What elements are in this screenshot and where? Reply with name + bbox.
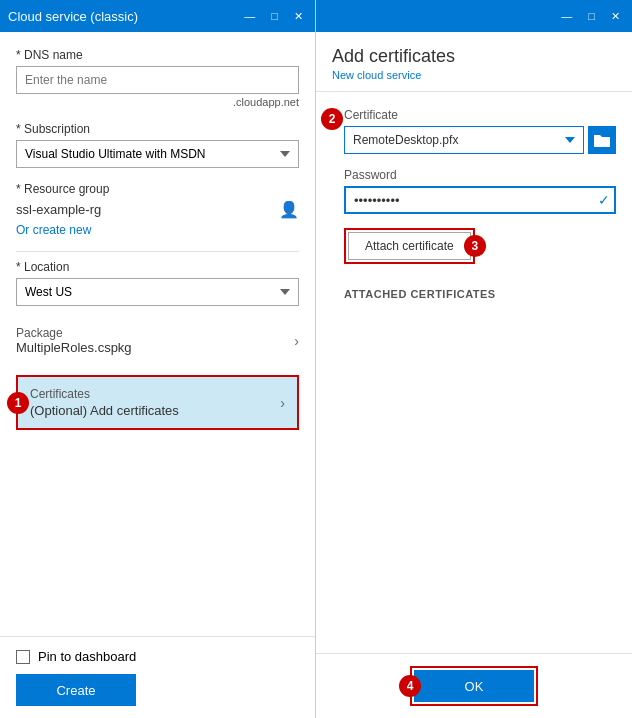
dns-input[interactable] <box>16 66 299 94</box>
dns-suffix: .cloudapp.net <box>16 96 299 108</box>
right-panel-title: Add certificates <box>332 46 616 67</box>
attach-outline: Attach certificate <box>344 228 475 264</box>
cert-section-label: Certificates <box>30 387 179 401</box>
left-window-title: Cloud service (classic) <box>8 9 138 24</box>
left-close-button[interactable]: ✕ <box>290 9 307 24</box>
cert-select-row: RemoteDesktop.pfx <box>344 126 616 154</box>
right-footer: 4 OK <box>316 653 632 718</box>
left-content: * DNS name .cloudapp.net * Subscription … <box>0 32 315 636</box>
chevron-right-icon: › <box>294 333 299 349</box>
attached-certificates-label: ATTACHED CERTIFICATES <box>344 288 616 300</box>
right-panel-subtitle: New cloud service <box>332 69 616 81</box>
folder-button[interactable] <box>588 126 616 154</box>
right-panel: — □ ✕ Add certificates New cloud service… <box>316 0 632 718</box>
certificates-section[interactable]: 1 Certificates (Optional) Add certificat… <box>16 375 299 430</box>
package-value: MultipleRoles.cspkg <box>16 340 132 355</box>
password-row: ✓ <box>344 186 616 214</box>
password-label: Password <box>344 168 616 182</box>
package-label: Package <box>16 326 132 340</box>
dns-name-group: * DNS name .cloudapp.net <box>16 48 299 108</box>
attach-btn-wrapper: Attach certificate 3 <box>344 228 475 264</box>
left-panel: Cloud service (classic) — □ ✕ * DNS name… <box>0 0 316 718</box>
folder-icon <box>594 133 610 147</box>
certificate-select[interactable]: RemoteDesktop.pfx <box>344 126 584 154</box>
package-info: Package MultipleRoles.cspkg <box>16 326 132 355</box>
check-icon: ✓ <box>598 192 610 208</box>
ok-btn-wrapper: 4 OK <box>410 666 538 706</box>
certificate-label: Certificate <box>344 108 616 122</box>
step4-badge: 4 <box>399 675 421 697</box>
left-titlebar: Cloud service (classic) — □ ✕ <box>0 0 315 32</box>
step2-badge: 2 <box>321 108 343 130</box>
dns-label: * DNS name <box>16 48 299 62</box>
resource-group-group: * Resource group ssl-example-rg 👤 Or cre… <box>16 182 299 237</box>
location-group: * Location West US <box>16 260 299 306</box>
subscription-label: * Subscription <box>16 122 299 136</box>
right-content: 2 Certificate RemoteDesktop.pfx <box>316 92 632 653</box>
right-maximize-button[interactable]: □ <box>584 9 599 24</box>
right-titlebar: — □ ✕ <box>316 0 632 32</box>
subscription-select[interactable]: Visual Studio Ultimate with MSDN <box>16 140 299 168</box>
certificates-text: Certificates (Optional) Add certificates <box>30 387 179 418</box>
right-minimize-button[interactable]: — <box>557 9 576 24</box>
certificate-group: Certificate RemoteDesktop.pfx <box>344 108 616 154</box>
cert-chevron-icon: › <box>280 395 285 411</box>
resource-group-row: ssl-example-rg 👤 <box>16 200 299 219</box>
pin-row: Pin to dashboard <box>16 649 299 664</box>
password-input[interactable] <box>344 186 616 214</box>
step3-badge: 3 <box>464 235 486 257</box>
left-footer: Pin to dashboard Create <box>0 636 315 718</box>
ok-outline: OK <box>410 666 538 706</box>
cert-section-subtitle: (Optional) Add certificates <box>30 403 179 418</box>
attach-certificate-button[interactable]: Attach certificate <box>348 232 471 260</box>
left-maximize-button[interactable]: □ <box>267 9 282 24</box>
package-group: Package MultipleRoles.cspkg › <box>16 320 299 361</box>
left-minimize-button[interactable]: — <box>240 9 259 24</box>
pin-label: Pin to dashboard <box>38 649 136 664</box>
subscription-group: * Subscription Visual Studio Ultimate wi… <box>16 122 299 168</box>
right-close-button[interactable]: ✕ <box>607 9 624 24</box>
right-header: Add certificates New cloud service <box>316 32 632 92</box>
create-button[interactable]: Create <box>16 674 136 706</box>
person-icon[interactable]: 👤 <box>279 200 299 219</box>
step1-badge: 1 <box>7 392 29 414</box>
location-select[interactable]: West US <box>16 278 299 306</box>
location-label: * Location <box>16 260 299 274</box>
right-titlebar-controls: — □ ✕ <box>557 9 624 24</box>
resource-group-label: * Resource group <box>16 182 299 196</box>
ok-button[interactable]: OK <box>414 670 534 702</box>
package-row[interactable]: Package MultipleRoles.cspkg › <box>16 320 299 361</box>
create-new-link[interactable]: Or create new <box>16 223 91 237</box>
pin-checkbox[interactable] <box>16 650 30 664</box>
left-titlebar-controls: — □ ✕ <box>240 9 307 24</box>
password-group: Password ✓ <box>344 168 616 214</box>
resource-group-value: ssl-example-rg <box>16 202 101 217</box>
cert-form-section: 2 Certificate RemoteDesktop.pfx <box>332 108 616 300</box>
